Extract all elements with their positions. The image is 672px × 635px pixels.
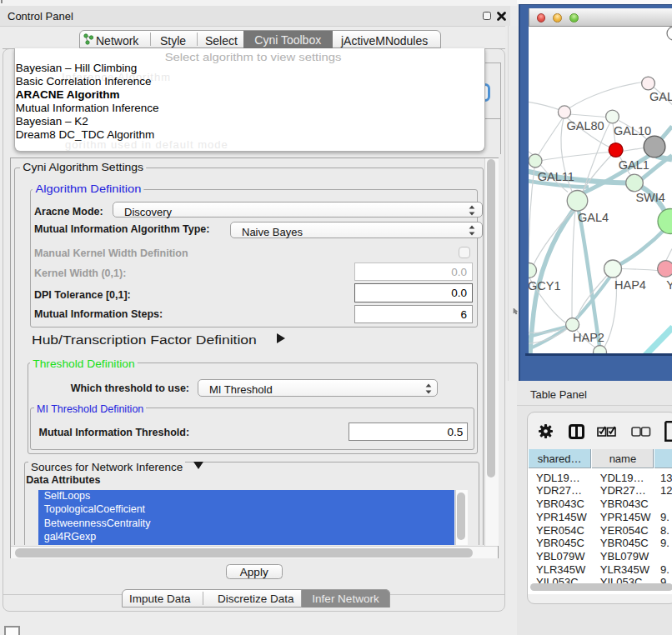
svg-text:Y: Y — [666, 278, 672, 291]
svg-text:GAL80: GAL80 — [567, 119, 604, 132]
svg-text:GAL10: GAL10 — [614, 124, 651, 138]
svg-text:GAL11: GAL11 — [538, 169, 574, 182]
svg-text:SWI4: SWI4 — [635, 190, 664, 203]
svg-text:GAL4: GAL4 — [578, 211, 609, 224]
svg-text:GAL1: GAL1 — [619, 158, 649, 172]
svg-text:HAP4: HAP4 — [614, 278, 646, 292]
svg-text:HAP2: HAP2 — [573, 331, 604, 344]
svg-text:GCY1: GCY1 — [529, 279, 561, 292]
svg-text:GAL2: GAL2 — [649, 90, 672, 103]
